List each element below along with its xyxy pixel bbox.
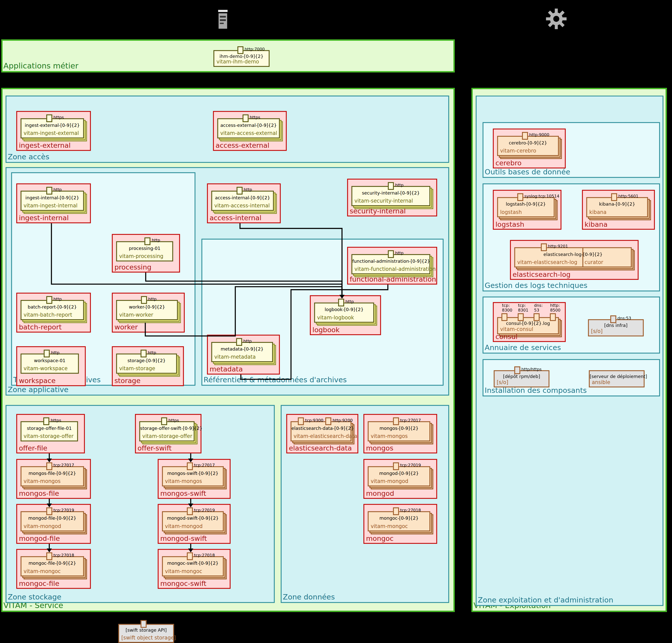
mongod-node-title: mongod-[0-9]{2}: [369, 471, 429, 476]
offer-swift-port-0-label: https: [168, 418, 179, 423]
component-access-internal-label: access-internal: [209, 214, 262, 222]
batch-report-port-0-label: http: [53, 296, 62, 301]
swift-storage-node-title: [swift storage API]: [119, 627, 173, 632]
consul-port-1-label: tcp:8301: [518, 303, 528, 312]
mongod-swift-port-0: [187, 507, 193, 515]
access-external-node-sublabel: vitam-access-external: [220, 130, 277, 136]
consul-port-2-label: dns:53: [534, 303, 543, 312]
ingest-internal-node-sublabel: vitam-ingest-internal: [24, 203, 77, 209]
depot-rpm-deb-node: [dépôt rpm/deb][s/o]: [494, 370, 550, 387]
access-internal-node-sublabel: vitam-access-internal: [214, 203, 269, 209]
mongoc-swift-node-sublabel: vitam-mongoc: [165, 568, 202, 574]
logstash-node: logstash-[0-9]{2}logstash: [497, 197, 554, 217]
component-mongoc-file-label: mongoc-file: [19, 579, 59, 587]
storage-port-0-label: http: [148, 350, 156, 355]
component-mongoc-label: mongoc: [366, 534, 393, 542]
consul-port-1: [518, 313, 524, 321]
batch-report-node: batch-report-[0-9]{2}vitam-batch-report: [21, 300, 84, 320]
mongoc-node: mongoc-[0-9]{2}vitam-mongoc: [368, 511, 430, 531]
mongoc-node-sublabel: vitam-mongoc: [371, 523, 408, 529]
component-logstash-label: logstash: [495, 220, 524, 228]
cerebro-port-0: [522, 132, 528, 140]
component-offer-swift-label: offer-swift: [138, 444, 172, 452]
mongoc-swift-node-title: mongoc-swift-[0-9]{2}: [163, 560, 223, 566]
mongod-node-sublabel: vitam-mongod: [371, 478, 408, 484]
vitam-deployment-diagram: Applications métierVITAM - ServiceVITAM …: [0, 0, 672, 643]
mongoc-node-title: mongoc-[0-9]{2}: [369, 515, 429, 520]
mongos-file-node-title: mongos-file-[0-9]{2}: [21, 471, 83, 476]
elasticsearch-log-node-cell2: curator: [585, 259, 603, 265]
mongoc-swift-node: mongoc-swift-[0-9]{2}vitam-mongoc: [162, 556, 224, 576]
mongod-file-port-0: [46, 507, 52, 515]
component-processing-label: processing: [115, 263, 152, 271]
mongoc-swift-port-0-label: tcp:27018: [194, 553, 215, 558]
worker-port-0-label: http: [148, 296, 157, 301]
mongos-swift-node-sublabel: vitam-mongos: [165, 478, 202, 484]
consul-port-0-label: tcp:8300: [502, 303, 512, 312]
access-internal-port-0: [236, 187, 242, 195]
ihm-demo-node-sublabel: vitam-ihm-demo: [216, 59, 259, 65]
mongoc-file-port-0-label: tcp:27018: [53, 553, 74, 558]
mongod-port-0: [393, 462, 399, 470]
group-annuaire-de-services-label: Annuaire de services: [485, 343, 561, 352]
server-icon-body: [218, 13, 227, 29]
mongos-swift-node-title: mongos-swift-[0-9]{2}: [163, 471, 223, 476]
logbook-node-sublabel: vitam-logbook: [317, 315, 354, 320]
offer-file-port-0-label: https: [51, 418, 61, 423]
mongoc-swift-port-0: [187, 553, 193, 560]
group-outils-bases-de-donnee-label: Outils bases de donnée: [485, 168, 570, 176]
mongos-node-sublabel: vitam-mongos: [371, 433, 408, 439]
component-ingest-internal-label: ingest-internal: [19, 214, 69, 222]
elasticsearch-log-node-title: elasticsearch-log-[0-9]{2}: [515, 252, 631, 257]
batch-report-node-title: batch-report-[0-9]{2}: [21, 304, 83, 309]
processing-node-title: processing-01: [117, 246, 172, 251]
depot-rpm-deb-node-sublabel: [s/o]: [497, 379, 508, 385]
component-elasticsearch-data-label: elasticsearch-data: [289, 444, 352, 452]
elasticsearch-data-port-1: [325, 417, 331, 425]
component-security-internal-label: security-internal: [350, 207, 406, 215]
mongos-node: mongos-[0-9]{2}vitam-mongos: [368, 421, 430, 441]
gear-icon: [545, 8, 567, 30]
mongos-swift-node: mongos-swift-[0-9]{2}vitam-mongos: [162, 466, 224, 486]
ihm-demo-port-0-label: http:7000: [245, 47, 265, 52]
mongoc-file-node: mongoc-file-[0-9]{2}vitam-mongoc: [21, 556, 84, 576]
cerebro-node-sublabel: vitam-cerebro: [500, 148, 536, 154]
workspace-port-0: [44, 350, 50, 357]
mongod-swift-node-sublabel: vitam-mongod: [165, 523, 203, 529]
access-external-node-title: access-external-[0-9]{2}: [218, 123, 279, 128]
storage-node-title: storage-[0-9]{2}: [117, 358, 176, 363]
mongos-port-0-label: tcp:27017: [400, 418, 421, 423]
mongos-file-node-sublabel: vitam-mongos: [24, 478, 61, 484]
component-elasticsearch-log-label: elasticsearch-log: [513, 270, 571, 278]
access-internal-port-0-label: http: [244, 187, 252, 192]
server-icon-top: [218, 10, 228, 12]
cerebro-node-title: cerebro-[0-9]{2}: [498, 140, 558, 145]
elasticsearch-data-port-0: [298, 417, 304, 425]
component-cerebro-label: cerebro: [495, 159, 521, 167]
storage-node: storage-[0-9]{2}vitam-storage: [116, 354, 177, 374]
elasticsearch-data-port-0-label: tcp:9300: [305, 418, 323, 423]
mongos-swift-port-0: [187, 462, 193, 470]
group-zone-donnees-label: Zone données: [283, 593, 335, 601]
mongod-file-port-0-label: tcp:27019: [53, 508, 74, 513]
consul-port-3: [550, 313, 556, 321]
elasticsearch-log-cell-divider: [582, 248, 583, 267]
logstash-node-sublabel: logstash: [500, 209, 522, 215]
mongod-swift-node-title: mongod-swift-[0-9]{2}: [163, 515, 223, 520]
logbook-port-0: [338, 299, 344, 306]
metadata-node-title: metadata-[0-9]{2}: [212, 346, 272, 351]
swift-storage-port-0: [141, 620, 146, 628]
security-internal-node-title: security-internal-[0-9]{2}: [352, 190, 430, 195]
mongoc-file-node-sublabel: vitam-mongoc: [24, 568, 61, 574]
depot-rpm-deb-port-0: [514, 366, 520, 374]
consul-node-sublabel: vitam-consul: [500, 326, 533, 332]
mongod-swift-port-0-label: tcp:27019: [194, 508, 215, 513]
metadata-port-0: [236, 338, 242, 346]
workspace-node-sublabel: vitam-workspace: [24, 365, 68, 372]
group-gestion-logs-techniques-label: Gestion des logs techniques: [485, 281, 587, 290]
component-mongos-label: mongos: [366, 444, 393, 452]
ingest-external-node: ingest-external-[0-9]{2}vitam-ingest-ext…: [21, 118, 84, 138]
functional-administration-port-0: [388, 250, 394, 258]
group-zone-applicative-label: Zone applicative: [8, 385, 69, 394]
component-batch-report-label: batch-report: [19, 323, 62, 331]
